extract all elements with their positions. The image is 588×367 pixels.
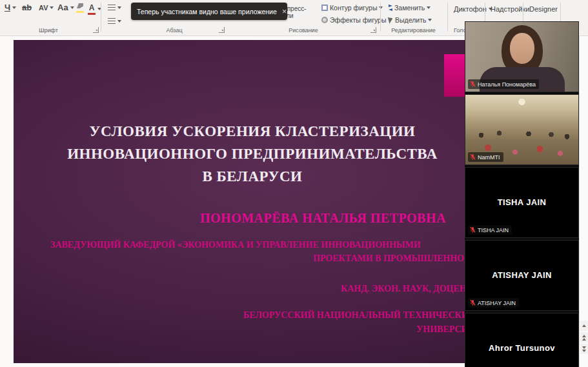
participant-display-name: Ahror Tursunov xyxy=(465,343,578,353)
shape-effects-label: Эффекты фигуры xyxy=(330,16,387,24)
scroll-up-button[interactable] xyxy=(580,321,588,331)
double-arrow-up-icon xyxy=(582,338,586,341)
double-arrow-up-icon xyxy=(582,335,586,337)
close-icon[interactable]: × xyxy=(282,6,287,16)
participant-video-tile[interactable]: Ahror Tursunov Ahror Tursunov xyxy=(465,313,579,367)
muted-mic-icon xyxy=(470,154,476,161)
paragraph-dialog-launcher[interactable] xyxy=(219,27,225,33)
ribbon-separator xyxy=(101,3,101,32)
ribbon-separator xyxy=(447,3,448,32)
participant-name-badge: Наталья Пономарёва xyxy=(468,79,539,89)
participant-display-name: TISHA JAIN xyxy=(465,197,578,207)
participant-video-tile[interactable]: Наталья Пономарёва xyxy=(465,21,579,92)
chevron-down-icon xyxy=(428,19,432,21)
drawing-dialog-launcher[interactable] xyxy=(370,27,376,33)
paragraph-group-label: Абзац xyxy=(136,27,213,34)
double-arrow-down-icon xyxy=(582,350,586,352)
previous-slide-button[interactable] xyxy=(580,332,588,342)
select-button[interactable]: Выделить xyxy=(386,15,434,25)
shape-outline-button[interactable]: Контур фигуры xyxy=(319,3,385,13)
align-text-icon xyxy=(108,18,116,24)
font-color-icon: A xyxy=(89,3,95,12)
title-line: ИННОВАЦИОННОГО ПРЕДПРИНИМАТЕЛЬСТВА xyxy=(20,143,485,165)
zoom-share-notification: Теперь участникам видно ваше приложение … xyxy=(131,3,287,20)
vertical-scrollbar[interactable] xyxy=(579,36,588,367)
character-spacing-button[interactable]: AV xyxy=(36,2,56,14)
align-text-button[interactable] xyxy=(105,17,124,25)
font-dialog-launcher[interactable] xyxy=(93,27,99,33)
participant-video-tile[interactable]: TISHA JAIN TISHA JAIN xyxy=(465,167,579,238)
slide-title-textbox[interactable]: УСЛОВИЯ УСКОРЕНИЯ КЛАСТЕРИЗАЦИИ ИННОВАЦИ… xyxy=(20,120,485,188)
participant-name: ATISHAY JAIN xyxy=(478,300,516,306)
dictate-label: Диктофон xyxy=(454,5,487,13)
shape-effects-icon xyxy=(321,17,328,23)
participant-name: Наталья Пономарёва xyxy=(478,81,536,88)
participant-name: NamMTI xyxy=(478,154,500,161)
change-case-icon: Aa xyxy=(57,3,68,12)
double-arrow-down-icon xyxy=(582,346,586,349)
screen: Ч ab AV Aa A Шрифт xyxy=(0,0,588,367)
zoom-video-panel: Наталья Пономарёва NamMTI TISHA JAIN TIS… xyxy=(465,21,579,367)
slide-university-line1[interactable]: БЕЛОРУССКИЙ НАЦИОНАЛЬНЫЙ ТЕХНИЧЕСКИЙ xyxy=(243,310,475,321)
text-highlight-button[interactable] xyxy=(74,2,86,14)
notification-text: Теперь участникам видно ваше приложение xyxy=(137,8,277,15)
participant-video-tile[interactable]: NamMTI xyxy=(465,94,579,165)
line-spacing-icon xyxy=(108,5,116,10)
title-line: УСЛОВИЯ УСКОРЕНИЯ КЛАСТЕРИЗАЦИИ xyxy=(20,120,485,143)
strikethrough-icon: ab xyxy=(22,3,32,12)
font-group-label: Шрифт xyxy=(19,27,77,34)
chevron-down-icon xyxy=(427,6,431,9)
participant-name-badge: ATISHAY JAIN xyxy=(468,298,519,308)
shape-effects-button[interactable]: Эффекты фигуры xyxy=(319,15,395,25)
chevron-down-icon xyxy=(117,6,121,9)
muted-mic-icon xyxy=(470,299,476,306)
muted-mic-icon xyxy=(470,226,476,233)
slide-position-line1[interactable]: ЗАВЕДУЮЩИЙ КАФЕДРОЙ «ЭКОНОМИКА И УПРАВЛЕ… xyxy=(50,240,421,250)
chevron-down-icon xyxy=(117,20,121,23)
underline-icon: Ч xyxy=(5,3,10,12)
underline-button[interactable]: Ч xyxy=(2,2,19,14)
title-line: В БЕЛАРУСИ xyxy=(20,165,485,188)
participant-display-name: ATISHAY JAIN xyxy=(465,270,578,280)
addins-label: Надстройки xyxy=(491,5,529,13)
character-spacing-icon: AV xyxy=(39,3,48,12)
next-slide-button[interactable] xyxy=(580,344,588,354)
addins-button[interactable]: Надстройки xyxy=(488,4,532,14)
designer-label: Designer xyxy=(529,5,558,13)
arrow-up-icon xyxy=(582,324,586,327)
font-color-swatch xyxy=(88,13,96,15)
participant-face xyxy=(510,33,534,64)
participant-name-badge: NamMTI xyxy=(468,152,503,162)
select-label: Выделить xyxy=(395,16,426,24)
line-spacing-button[interactable] xyxy=(105,3,124,12)
highlighter-icon xyxy=(77,3,83,8)
editing-group-label: Редактирование xyxy=(380,27,447,34)
shape-outline-icon xyxy=(321,5,328,11)
highlight-color-swatch xyxy=(76,11,84,13)
shape-outline-label: Контур фигуры xyxy=(330,4,377,12)
chevron-down-icon xyxy=(50,6,54,9)
replace-icon xyxy=(389,5,392,11)
drawing-group-label: Рисование xyxy=(245,27,361,34)
slide-degree-textbox[interactable]: КАНД. ЭКОН. НАУК, ДОЦЕНТ xyxy=(341,284,472,294)
participant-name: TISHA JAIN xyxy=(478,227,509,233)
replace-label: Заменить xyxy=(394,4,425,12)
participant-video-tile[interactable]: ATISHAY JAIN ATISHAY JAIN xyxy=(465,240,579,311)
replace-button[interactable]: Заменить xyxy=(386,3,433,13)
participant-name-badge: TISHA JAIN xyxy=(468,225,512,235)
strikethrough-button[interactable]: ab xyxy=(19,2,34,14)
muted-mic-icon xyxy=(470,81,476,88)
chevron-down-icon xyxy=(12,6,16,9)
select-cursor-icon xyxy=(388,16,394,23)
designer-button[interactable]: Designer xyxy=(527,4,560,14)
slide-author-textbox[interactable]: ПОНОМАРЁВА НАТАЛЬЯ ПЕТРОВНА xyxy=(200,211,446,226)
slide-position-line2[interactable]: ПРОЕКТАМИ В ПРОМЫШЛЕННОСТИ» xyxy=(313,253,488,264)
